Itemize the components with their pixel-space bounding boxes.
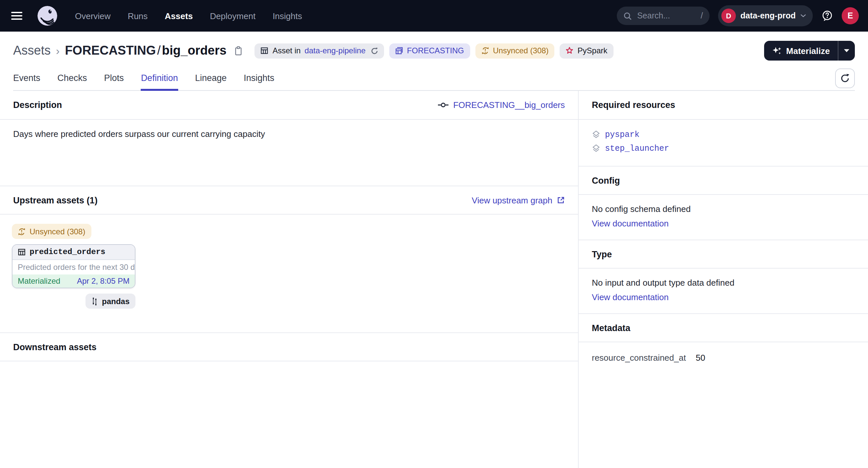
upstream-section-header: Upstream assets (1) View upstream graph	[0, 186, 578, 214]
nav-item-assets[interactable]: Assets	[165, 11, 193, 21]
asset-card-name: predicted_orders	[30, 247, 105, 257]
tag-unsynced-label: Unsynced (308)	[493, 46, 549, 55]
pipeline-link[interactable]: data-eng-pipeline	[305, 46, 366, 55]
page-header: Assets › FORECASTING/big_orders Asset in…	[0, 32, 868, 91]
downstream-title: Downstream assets	[13, 342, 97, 352]
view-upstream-graph-link[interactable]: View upstream graph	[472, 195, 565, 205]
materialization-timestamp-link[interactable]: Apr 2, 8:05 PM	[77, 276, 129, 286]
type-empty-text: No input and output type data defined	[592, 278, 855, 288]
tag-group-forecasting[interactable]: FORECASTING	[389, 43, 470, 58]
refresh-icon	[840, 74, 849, 83]
compute-kind-tag-pandas[interactable]: pandas	[86, 294, 135, 309]
resource-link-step-launcher[interactable]: step_launcher	[605, 144, 669, 153]
tag-asset-in-pipeline[interactable]: Asset in data-eng-pipeline	[255, 43, 384, 58]
definition-sidebar: Required resources pyspark step_launcher…	[579, 91, 868, 468]
tag-compute-label: PySpark	[578, 46, 608, 55]
breadcrumb: Assets › FORECASTING/big_orders	[13, 43, 226, 58]
caret-down-icon	[844, 49, 849, 53]
dagster-app: Overview Runs Assets Deployment Insights…	[0, 0, 868, 468]
nav-menu: Overview Runs Assets Deployment Insights	[75, 11, 302, 21]
unsynced-badge[interactable]: Unsynced (308)	[12, 224, 91, 239]
job-link[interactable]: FORECASTING__big_orders	[438, 100, 565, 110]
job-link-label: FORECASTING__big_orders	[453, 100, 565, 110]
description-section-header: Description FORECASTING__big_orders	[0, 91, 578, 120]
search-shortcut-hint: /	[701, 11, 703, 21]
copy-asset-key-button[interactable]	[235, 46, 243, 56]
breadcrumb-assets-link[interactable]: Assets	[13, 43, 51, 58]
asset-name: big_orders	[162, 43, 226, 57]
nav-item-deployment[interactable]: Deployment	[210, 11, 255, 21]
upstream-asset-card[interactable]: predicted_orders Predicted orders for th…	[12, 244, 135, 288]
upstream-body: Unsynced (308) predicted_orders Predicte…	[0, 214, 578, 332]
user-avatar[interactable]: E	[842, 7, 859, 24]
tab-checks[interactable]: Checks	[58, 73, 87, 90]
breadcrumb-chevron: ›	[56, 45, 60, 58]
top-nav: Overview Runs Assets Deployment Insights…	[0, 0, 868, 32]
help-icon	[821, 10, 833, 22]
description-title: Description	[13, 100, 62, 110]
search-input[interactable]	[637, 11, 695, 21]
hamburger-menu-icon[interactable]	[9, 6, 29, 26]
asset-tags: Asset in data-eng-pipeline FORECASTING	[255, 43, 613, 58]
tab-events[interactable]: Events	[13, 73, 40, 90]
tab-insights[interactable]: Insights	[244, 73, 274, 90]
help-button[interactable]	[821, 10, 833, 22]
resources-title: Required resources	[592, 100, 675, 110]
asset-card-description: Predicted orders for the next 30 day...	[12, 260, 135, 274]
type-section-header: Type	[579, 240, 868, 268]
deployment-switcher[interactable]: D data-eng-prod	[718, 5, 813, 26]
config-section-header: Config	[579, 166, 868, 195]
resources-body: pyspark step_launcher	[579, 120, 868, 166]
op-icon	[438, 102, 448, 108]
config-title: Config	[592, 175, 620, 185]
resource-layers-icon	[592, 130, 600, 139]
compute-kind-row: pandas	[12, 294, 135, 309]
sync-alert-icon	[481, 47, 489, 55]
config-empty-text: No config schema defined	[592, 204, 855, 214]
tag-group-label: FORECASTING	[407, 46, 464, 55]
downstream-section-header: Downstream assets	[0, 332, 578, 361]
tab-definition[interactable]: Definition	[141, 73, 178, 90]
search-box[interactable]: /	[617, 7, 710, 25]
resource-link-pyspark[interactable]: pyspark	[605, 130, 640, 139]
table-icon	[18, 248, 26, 256]
sparkles-icon	[772, 46, 781, 56]
definition-left-column: Description FORECASTING__big_orders Days…	[0, 91, 579, 468]
materialize-label: Materialize	[786, 46, 830, 56]
asset-group-icon	[395, 47, 403, 55]
refresh-icon[interactable]	[371, 47, 378, 54]
metadata-section-header: Metadata	[579, 313, 868, 342]
type-view-documentation-link[interactable]: View documentation	[592, 292, 669, 302]
breadcrumb-row: Assets › FORECASTING/big_orders Asset in…	[13, 39, 855, 62]
tab-bar: Events Checks Plots Definition Lineage I…	[13, 67, 855, 91]
description-body: Days where predicted orders surpass our …	[0, 120, 578, 186]
nav-item-runs[interactable]: Runs	[128, 11, 148, 21]
type-title: Type	[592, 249, 612, 259]
materialize-dropdown-button[interactable]	[838, 41, 855, 61]
metadata-title: Metadata	[592, 323, 630, 333]
downstream-body	[0, 361, 578, 468]
config-view-documentation-link[interactable]: View documentation	[592, 218, 669, 228]
main-content: Description FORECASTING__big_orders Days…	[0, 91, 868, 468]
table-icon	[261, 47, 269, 55]
metadata-row: resource_constrained_at 50	[579, 342, 868, 373]
nav-left: Overview Runs Assets Deployment Insights	[9, 6, 302, 26]
tag-unsynced[interactable]: Unsynced (308)	[475, 43, 554, 58]
pandas-icon	[91, 296, 98, 306]
tab-plots[interactable]: Plots	[104, 73, 124, 90]
refresh-button[interactable]	[835, 68, 855, 88]
resource-item: step_launcher	[592, 142, 855, 155]
clipboard-icon	[235, 46, 243, 56]
dagster-logo-icon[interactable]	[37, 6, 57, 26]
nav-item-insights[interactable]: Insights	[273, 11, 302, 21]
metadata-key: resource_constrained_at	[592, 353, 696, 363]
nav-item-overview[interactable]: Overview	[75, 11, 111, 21]
materialize-button[interactable]: Materialize	[764, 41, 838, 61]
config-body: No config schema defined View documentat…	[579, 195, 868, 240]
type-body: No input and output type data defined Vi…	[579, 268, 868, 313]
tab-lineage[interactable]: Lineage	[195, 73, 226, 90]
sync-alert-icon	[18, 227, 26, 235]
nav-right: / D data-eng-prod E	[617, 5, 859, 26]
asset-card-header: predicted_orders	[12, 245, 135, 260]
asset-key-separator: /	[156, 43, 162, 57]
